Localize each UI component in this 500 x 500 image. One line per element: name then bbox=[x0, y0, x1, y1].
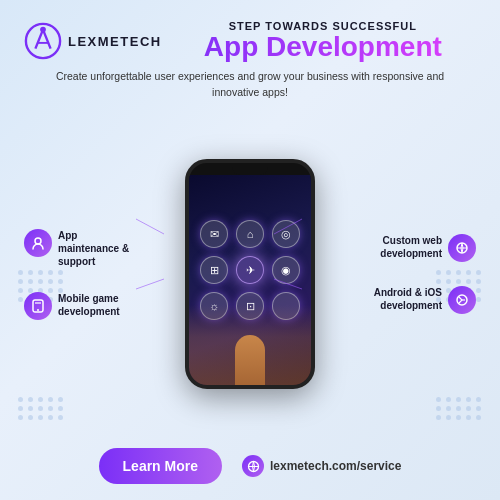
android-ios-label: Android & iOS development bbox=[366, 286, 442, 312]
features-left: App maintenance & support Mobile game de… bbox=[24, 229, 134, 320]
feature-mobile-game: Mobile game development bbox=[24, 292, 134, 320]
feature-custom-web: Custom web development bbox=[366, 234, 476, 262]
features-right: Custom web development Android & iOS dev… bbox=[366, 234, 476, 314]
headline-block: STEP TOWARDS SUCCESSFUL App Development bbox=[162, 20, 476, 63]
svg-line-6 bbox=[136, 219, 164, 234]
svg-line-7 bbox=[136, 279, 164, 289]
phone-mockup-wrapper: ✉ ⌂ ◎ ⊞ ✈ ◉ ☼ ⊡ bbox=[134, 159, 366, 389]
screen-bubble-signal: ◎ bbox=[272, 220, 300, 248]
custom-web-label: Custom web development bbox=[366, 234, 442, 260]
screen-bubble-globe: ◉ bbox=[272, 256, 300, 284]
website-url: lexmetech.com/service bbox=[270, 459, 401, 473]
logo-icon bbox=[24, 22, 62, 60]
mobile-game-label: Mobile game development bbox=[58, 292, 134, 318]
svg-point-1 bbox=[40, 27, 46, 33]
footer: Learn More lexmetech.com/service bbox=[24, 448, 476, 484]
page-container: LEXMETECH STEP TOWARDS SUCCESSFUL App De… bbox=[0, 0, 500, 500]
svg-point-4 bbox=[37, 309, 39, 311]
title-text: App Development bbox=[170, 32, 476, 63]
logo: LEXMETECH bbox=[24, 22, 162, 60]
logo-text: LEXMETECH bbox=[68, 35, 162, 48]
screen-bubble-cart: ⊞ bbox=[200, 256, 228, 284]
screen-bubble-mail: ✉ bbox=[200, 220, 228, 248]
main-content: App maintenance & support Mobile game de… bbox=[24, 110, 476, 438]
header: LEXMETECH STEP TOWARDS SUCCESSFUL App De… bbox=[24, 20, 476, 63]
app-maintenance-label: App maintenance & support bbox=[58, 229, 134, 268]
website-link[interactable]: lexmetech.com/service bbox=[242, 455, 401, 477]
svg-point-2 bbox=[35, 238, 41, 244]
screen-bubble-plane: ✈ bbox=[236, 256, 264, 284]
phone-screen: ✉ ⌂ ◎ ⊞ ✈ ◉ ☼ ⊡ bbox=[189, 175, 311, 385]
phone-mockup: ✉ ⌂ ◎ ⊞ ✈ ◉ ☼ ⊡ bbox=[185, 159, 315, 389]
hand-area bbox=[189, 305, 311, 385]
subtitle: Create unforgettable user experiences an… bbox=[24, 69, 476, 101]
phone-notch bbox=[232, 167, 268, 175]
feature-app-maintenance: App maintenance & support bbox=[24, 229, 134, 268]
app-maintenance-icon bbox=[24, 229, 52, 257]
website-globe-icon bbox=[242, 455, 264, 477]
android-ios-icon bbox=[448, 286, 476, 314]
mobile-game-icon bbox=[24, 292, 52, 320]
feature-android-ios: Android & iOS development bbox=[366, 286, 476, 314]
learn-more-button[interactable]: Learn More bbox=[99, 448, 222, 484]
custom-web-icon bbox=[448, 234, 476, 262]
finger-shape bbox=[235, 335, 265, 385]
screen-bubble-home: ⌂ bbox=[236, 220, 264, 248]
